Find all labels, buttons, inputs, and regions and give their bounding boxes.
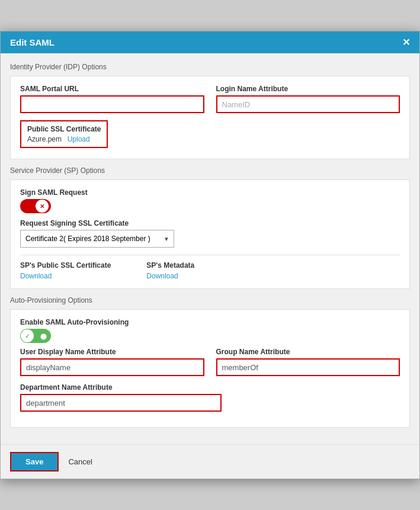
sp-section-box: Sign SAML Request ✕ Request Signing SSL …	[10, 179, 410, 289]
enable-saml-label: Enable SAML Auto-Provisioning	[20, 318, 400, 326]
sp-links-row: SP's Public SSL Certificate Download SP'…	[20, 261, 400, 280]
edit-saml-modal: Edit SAML ✕ Identity Provider (IDP) Opti…	[0, 31, 420, 479]
request-signing-ssl-select[interactable]: Certificate 2( Expires 2018 September )	[20, 230, 174, 248]
cancel-button[interactable]: Cancel	[68, 457, 92, 466]
close-button[interactable]: ✕	[402, 38, 410, 47]
auto-prov-section-title: Auto-Provisioning Options	[10, 296, 410, 304]
idp-section-box: SAML Portal URL Login Name Attribute Pub…	[10, 76, 410, 159]
sp-public-ssl-label: SP's Public SSL Certificate	[20, 261, 111, 270]
sp-metadata-label: SP's Metadata	[146, 261, 194, 270]
enable-saml-toggle[interactable]: ✓ ⬤	[20, 329, 51, 343]
department-name-input[interactable]	[20, 394, 222, 412]
modal-footer: Save Cancel	[1, 444, 419, 479]
sign-saml-toggle[interactable]: ✕	[20, 199, 51, 213]
ssl-cert-label: Public SSL Certificate	[27, 125, 101, 133]
idp-section-title: Identity Provider (IDP) Options	[10, 63, 410, 71]
upload-link[interactable]: Upload	[68, 135, 90, 143]
user-display-name-group: User Display Name Attribute	[20, 348, 204, 376]
ssl-cert-filename: Azure.pem	[27, 135, 62, 143]
sign-saml-request-label: Sign SAML Request	[20, 188, 400, 197]
auto-prov-row2: Department Name Attribute	[20, 383, 400, 412]
modal-body: Identity Provider (IDP) Options SAML Por…	[1, 53, 419, 444]
group-name-attribute-label: Group Name Attribute	[216, 348, 400, 356]
saml-portal-url-group: SAML Portal URL	[20, 85, 204, 113]
department-name-group: Department Name Attribute	[20, 383, 222, 412]
ssl-certificate-box: Public SSL Certificate Azure.pem Upload	[20, 120, 108, 148]
ssl-cert-file-row: Azure.pem Upload	[27, 134, 101, 143]
toggle-knob: ✕	[36, 200, 49, 213]
modal-header: Edit SAML ✕	[1, 31, 419, 53]
login-name-attribute-label: Login Name Attribute	[216, 85, 400, 93]
enable-toggle-knob: ✓	[21, 329, 34, 342]
sp-metadata-download-link[interactable]: Download	[146, 272, 194, 280]
request-signing-ssl-label: Request Signing SSL Certificate	[20, 219, 400, 227]
request-signing-ssl-group: Certificate 2( Expires 2018 September ) …	[20, 230, 400, 248]
user-display-name-label: User Display Name Attribute	[20, 348, 204, 356]
login-name-attribute-input[interactable]	[216, 95, 400, 113]
request-signing-ssl-select-wrapper: Certificate 2( Expires 2018 September ) …	[20, 230, 174, 248]
sign-saml-toggle-container: ✕	[20, 199, 400, 213]
group-name-attribute-group: Group Name Attribute	[216, 348, 400, 376]
saml-portal-url-input[interactable]	[20, 95, 204, 113]
enable-saml-toggle-container: ✓ ⬤	[20, 329, 400, 343]
sp-public-ssl-col: SP's Public SSL Certificate Download	[20, 261, 111, 280]
enable-toggle-check-icon: ✓	[25, 333, 30, 339]
department-name-label: Department Name Attribute	[20, 383, 222, 392]
sp-metadata-col: SP's Metadata Download	[146, 261, 194, 280]
auto-prov-row1: User Display Name Attribute Group Name A…	[20, 348, 400, 376]
sp-public-ssl-download-link[interactable]: Download	[20, 272, 111, 280]
group-name-attribute-input[interactable]	[216, 358, 400, 376]
idp-form-row: SAML Portal URL Login Name Attribute	[20, 85, 400, 113]
sp-divider	[20, 255, 400, 255]
auto-prov-section-box: Enable SAML Auto-Provisioning ✓ ⬤ User D…	[10, 309, 410, 428]
sp-section-title: Service Provider (SP) Options	[10, 166, 410, 175]
enable-toggle-circle-icon: ⬤	[40, 333, 47, 339]
save-button[interactable]: Save	[10, 452, 59, 471]
toggle-x-icon: ✕	[40, 203, 44, 210]
modal-title: Edit SAML	[10, 37, 54, 47]
login-name-attribute-group: Login Name Attribute	[216, 85, 400, 113]
saml-portal-url-label: SAML Portal URL	[20, 85, 204, 93]
user-display-name-input[interactable]	[20, 358, 204, 376]
